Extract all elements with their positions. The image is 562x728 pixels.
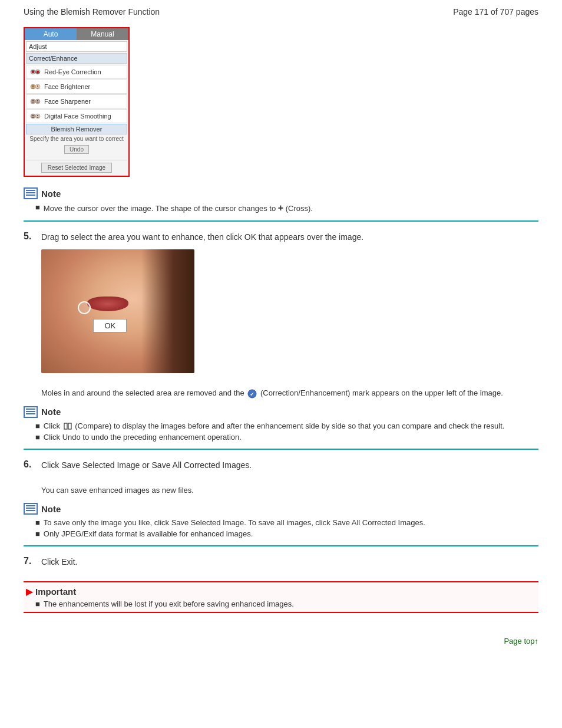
note-title-text-1: Note xyxy=(41,189,61,199)
note-bullet-1-0: ■ xyxy=(35,203,40,212)
panel-item-face-brightener[interactable]: Face Brightener xyxy=(26,80,127,94)
compare-icon xyxy=(64,423,72,430)
important-box: ▶ Important ■ The enhancements will be l… xyxy=(24,581,538,613)
blemish-label: Blemish Remover xyxy=(51,126,103,133)
note-box-1: Note ■ Move the cursor over the image. T… xyxy=(24,187,538,222)
step-6-content: Click Save Selected Image or Save All Co… xyxy=(41,459,538,477)
note-bullet-2-0: ■ xyxy=(35,421,40,430)
demo-lips xyxy=(87,297,128,311)
step-6-text: Click Save Selected Image or Save All Co… xyxy=(41,459,538,472)
note-title-1: Note xyxy=(24,187,538,199)
main-content: Auto Manual Adjust Correct/Enhance Red-E… xyxy=(0,21,562,631)
panel-item-digital-face[interactable]: Digital Face Smoothing xyxy=(26,109,127,123)
page-title: Using the Blemish Remover Function xyxy=(24,7,160,17)
note-item-2-1: ■ Click Undo to undo the preceding enhan… xyxy=(35,433,538,442)
svg-point-13 xyxy=(32,115,34,116)
note-icon-1 xyxy=(24,187,38,199)
important-text-0: The enhancements will be lost if you exi… xyxy=(44,599,294,608)
step-5-number: 5. xyxy=(24,231,37,242)
sub-text-5: Moles in and around the selected area ar… xyxy=(41,387,538,399)
step-7-number: 7. xyxy=(24,556,37,566)
note-title-text-2: Note xyxy=(41,407,61,417)
note-text-2-0: Click (Compare) to display the images be… xyxy=(44,421,505,430)
important-item-0: ■ The enhancements will be lost if you e… xyxy=(35,599,538,608)
note-text-3-0: To save only the image you like, click S… xyxy=(44,518,425,527)
note-bullet-3-1: ■ xyxy=(35,529,40,538)
step-7-content: Click Exit. xyxy=(41,556,538,574)
svg-point-15 xyxy=(37,115,38,116)
note-text-2-1: Click Undo to undo the preceding enhance… xyxy=(44,433,242,442)
panel-item-redeye[interactable]: Red-Eye Correction xyxy=(26,65,127,79)
undo-button[interactable]: Undo xyxy=(64,145,89,154)
tab-auto[interactable]: Auto xyxy=(25,28,77,40)
svg-point-3 xyxy=(37,71,39,73)
screenshot-panel: Auto Manual Adjust Correct/Enhance Red-E… xyxy=(24,27,130,177)
page-info: Page 171 of 707 pages xyxy=(453,7,538,17)
page-header: Using the Blemish Remover Function Page … xyxy=(0,0,562,21)
face-sharpener-label: Face Sharpener xyxy=(44,98,91,105)
step-5-text: Drag to select the area you want to enha… xyxy=(41,231,538,243)
note-text-3-1: Only JPEG/Exif data format is available … xyxy=(44,529,253,538)
reset-button[interactable]: Reset Selected Image xyxy=(41,163,112,173)
step-7-text: Click Exit. xyxy=(41,556,538,568)
redeye-label: Red-Eye Correction xyxy=(44,68,101,75)
step-5-content: Drag to select the area you want to enha… xyxy=(41,231,538,380)
note-text-1-0: Move the cursor over the image. The shap… xyxy=(44,203,313,213)
step-6-number: 6. xyxy=(24,459,37,470)
important-arrow-icon: ▶ xyxy=(26,586,33,597)
svg-point-11 xyxy=(37,100,38,101)
panel-item-face-sharpener[interactable]: Face Sharpener xyxy=(26,94,127,108)
svg-point-9 xyxy=(32,100,34,101)
important-bullet-0: ■ xyxy=(35,599,40,608)
panel-adjust[interactable]: Adjust xyxy=(26,41,127,52)
note-item-3-1: ■ Only JPEG/Exif data format is availabl… xyxy=(35,529,538,538)
note-bullet-2-1: ■ xyxy=(35,433,40,442)
note-item-1-0: ■ Move the cursor over the image. The sh… xyxy=(35,203,538,213)
svg-rect-18 xyxy=(64,423,67,429)
face-brightener-icon xyxy=(29,81,42,92)
redeye-icon xyxy=(29,67,42,77)
panel-undo-section: Undo xyxy=(26,143,127,154)
step-5: 5. Drag to select the area you want to e… xyxy=(24,231,538,380)
panel-tabs: Auto Manual xyxy=(25,28,128,40)
note-box-3: Note ■ To save only the image you like, … xyxy=(24,503,538,546)
note-title-2: Note xyxy=(24,406,538,418)
tab-manual[interactable]: Manual xyxy=(77,28,128,40)
note-icon-3 xyxy=(24,503,38,515)
note-icon-2 xyxy=(24,406,38,418)
panel-correct-enhance[interactable]: Correct/Enhance xyxy=(26,53,127,64)
svg-rect-19 xyxy=(68,423,71,429)
page-top-section: Page top↑ xyxy=(0,631,562,651)
note-item-3-0: ■ To save only the image you like, click… xyxy=(35,518,538,527)
note-title-3: Note xyxy=(24,503,538,515)
svg-text:✓: ✓ xyxy=(250,391,254,397)
panel-specify-text: Specify the area you want to correct xyxy=(26,135,127,143)
svg-point-7 xyxy=(37,85,38,87)
sub-text-5-end: (Correction/Enhancement) mark appears on… xyxy=(260,388,503,397)
svg-point-5 xyxy=(32,85,34,87)
step-7: 7. Click Exit. xyxy=(24,556,538,574)
sub-text-6: You can save enhanced images as new file… xyxy=(41,485,538,496)
digital-face-label: Digital Face Smoothing xyxy=(44,113,111,120)
demo-image: OK xyxy=(41,249,194,373)
panel-item-blemish[interactable]: Blemish Remover xyxy=(26,124,127,134)
face-brightener-label: Face Brightener xyxy=(44,83,90,90)
note-item-2-0: ■ Click (Compare) to display the images … xyxy=(35,421,538,430)
sub-text-5-content: Moles in and around the selected area ar… xyxy=(41,388,246,397)
svg-point-1 xyxy=(32,71,34,73)
digital-face-icon xyxy=(29,111,42,121)
page-top-link[interactable]: Page top↑ xyxy=(504,637,538,645)
note-title-text-3: Note xyxy=(41,504,61,514)
correction-mark-icon: ✓ xyxy=(247,389,257,398)
demo-ok-button[interactable]: OK xyxy=(93,319,127,332)
panel-reset-section: Reset Selected Image xyxy=(26,160,127,174)
step-6: 6. Click Save Selected Image or Save All… xyxy=(24,459,538,477)
note-box-2: Note ■ Click (Compare) to display the im… xyxy=(24,406,538,450)
important-title-text: Important xyxy=(35,587,76,597)
demo-hair xyxy=(141,249,194,373)
cross-symbol: + xyxy=(278,203,283,213)
important-title: ▶ Important xyxy=(24,586,538,597)
note-bullet-3-0: ■ xyxy=(35,518,40,527)
face-sharpener-icon xyxy=(29,96,42,107)
